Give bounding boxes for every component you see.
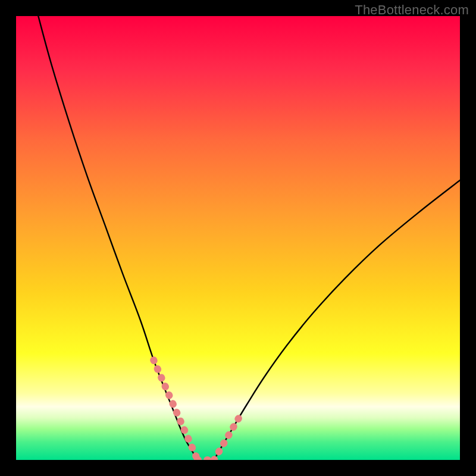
gradient-background — [16, 16, 460, 460]
chart-svg — [16, 16, 460, 460]
watermark-text: TheBottleneck.com — [355, 2, 469, 18]
chart-frame: TheBottleneck.com — [0, 0, 476, 476]
plot-area — [16, 16, 460, 460]
